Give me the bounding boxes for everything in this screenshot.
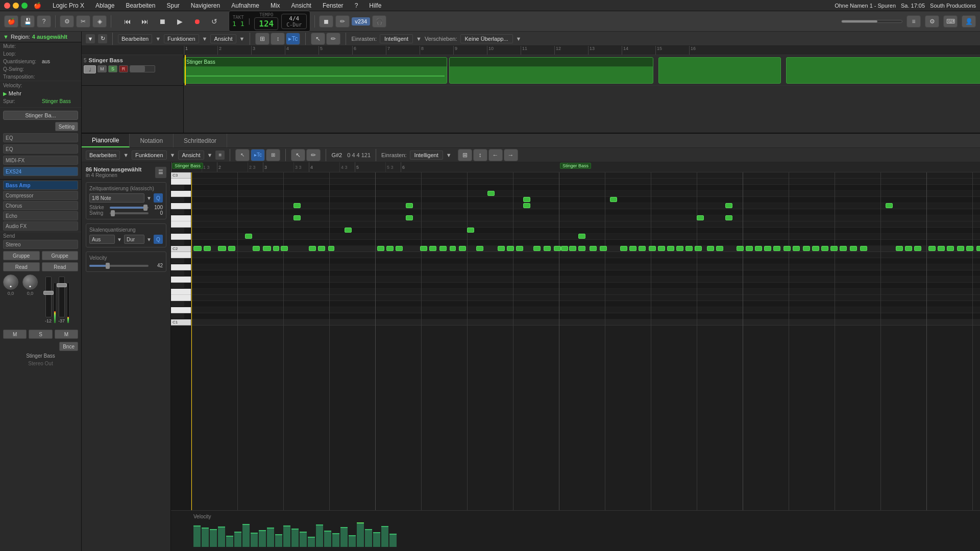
note-12[interactable] — [309, 246, 316, 251]
swing-slider[interactable] — [110, 212, 149, 214]
key-d2[interactable] — [171, 234, 191, 240]
toolbar-btn-save[interactable]: 💾 — [20, 15, 35, 28]
eq-slot-bot[interactable]: EQ — [3, 144, 78, 154]
pr-ansicht-menu[interactable]: Ansicht — [178, 151, 204, 160]
mehr-toggle[interactable]: ▶ Mehr — [0, 89, 81, 97]
aus-dropdown[interactable]: Aus — [89, 235, 115, 244]
note-61[interactable] — [764, 246, 771, 251]
region-1[interactable]: Stinger Bass — [184, 57, 447, 84]
pr-zoom-v[interactable]: ↕ — [473, 149, 487, 161]
toolbar-btn-keyboard[interactable]: ⌨ — [943, 15, 958, 28]
key-ab1[interactable] — [171, 270, 184, 277]
note-3[interactable] — [218, 246, 226, 251]
toolbar-btn-settings[interactable]: ⚙ — [60, 15, 74, 28]
toolbar-btn-pencil[interactable]: ✏ — [335, 15, 350, 28]
note-1[interactable] — [193, 246, 202, 251]
note-8[interactable] — [273, 246, 279, 251]
note-80[interactable] — [966, 246, 973, 251]
fullscreen-button[interactable] — [21, 3, 28, 9]
key-ab2[interactable] — [171, 197, 184, 203]
vel-bar-14[interactable] — [300, 532, 307, 547]
pan-knob-2[interactable] — [22, 274, 38, 290]
vel-bar-9[interactable] — [259, 530, 266, 547]
note-74[interactable] — [905, 246, 912, 251]
note-64[interactable] — [793, 246, 800, 251]
read-bot-btn[interactable]: Read — [42, 262, 79, 271]
key-e2[interactable] — [171, 221, 191, 228]
note-51[interactable] — [685, 246, 693, 251]
vel-bar-18[interactable] — [332, 533, 339, 547]
compressor-slot[interactable]: Compressor — [3, 191, 78, 200]
track-volume-mini[interactable] — [130, 65, 155, 72]
vel-bar-4[interactable] — [218, 527, 225, 547]
echo-slot[interactable]: Echo — [3, 211, 78, 220]
key-c1[interactable]: C1 — [171, 319, 191, 325]
note-7[interactable] — [263, 246, 271, 251]
midi-fx-slot[interactable]: MIDI-FX — [3, 156, 78, 165]
note-26[interactable] — [467, 228, 474, 233]
note-22[interactable] — [429, 246, 436, 251]
note-58[interactable] — [737, 246, 744, 251]
note-18[interactable] — [396, 246, 403, 251]
track-instrument-icon[interactable]: ♩ — [84, 65, 96, 73]
note-48[interactable] — [658, 246, 665, 251]
notes-options-btn[interactable]: ☰ — [155, 167, 166, 178]
key-eb1[interactable] — [171, 301, 184, 307]
vel-bar-8[interactable] — [251, 533, 258, 547]
note-79[interactable] — [957, 246, 964, 251]
q-btn[interactable]: Q — [154, 193, 163, 203]
vel-bar-2[interactable] — [202, 528, 209, 547]
vel-bar-6[interactable] — [234, 532, 241, 547]
gruppe-bot-btn[interactable]: Gruppe — [42, 251, 79, 260]
vel-bar-16[interactable] — [316, 524, 323, 547]
menu-ablage[interactable]: Ablage — [93, 2, 116, 10]
track-mute-btn[interactable]: M — [97, 65, 107, 72]
note-31[interactable] — [516, 246, 523, 251]
vel-bar-11[interactable] — [275, 534, 282, 547]
read-top-btn[interactable]: Read — [3, 262, 40, 271]
m-btn-bottom[interactable]: M — [55, 330, 78, 339]
toolbar-btn-help[interactable]: ? — [37, 15, 51, 28]
pr-region2-label[interactable]: Stinger Bass — [560, 163, 591, 169]
fader1-track[interactable] — [45, 277, 52, 317]
note-42[interactable] — [600, 246, 607, 251]
note-57[interactable] — [725, 215, 732, 220]
bass-amp-slot[interactable]: Bass Amp — [3, 181, 78, 190]
note-43[interactable] — [610, 197, 617, 202]
note-20[interactable] — [406, 215, 413, 220]
toolbar-btn-1[interactable]: 🍎 — [4, 15, 18, 28]
note-14[interactable] — [328, 246, 334, 251]
note-37[interactable] — [561, 246, 568, 251]
pr-pencil[interactable]: ✏ — [306, 149, 321, 161]
note-13[interactable] — [318, 246, 325, 251]
minimize-button[interactable] — [13, 3, 19, 9]
key-b1[interactable] — [171, 252, 191, 258]
tab-pianorolle[interactable]: Pianorolle — [82, 134, 130, 147]
key-f2[interactable] — [171, 215, 191, 221]
pr-zoom-out[interactable]: ← — [488, 149, 503, 161]
key-bb2[interactable] — [171, 185, 184, 191]
track-record-btn[interactable]: R — [119, 65, 128, 72]
play-button[interactable]: ▶ — [173, 15, 187, 28]
stop-button[interactable]: ⏹ — [155, 15, 169, 28]
bnce-btn[interactable]: Bnce — [59, 342, 78, 351]
toolbar-btn-catch[interactable]: v234 — [352, 17, 370, 26]
note-33[interactable] — [523, 203, 530, 208]
note-27[interactable] — [476, 246, 483, 251]
toolbar-btn-settings2[interactable]: ⚙ — [925, 15, 939, 28]
tab-notation[interactable]: Notation — [130, 134, 174, 147]
toolbar-btn-edit[interactable]: ✂ — [76, 15, 90, 28]
region-3[interactable] — [658, 57, 781, 84]
pan-knob-1[interactable] — [3, 274, 18, 290]
arr-verschieben-val[interactable]: Keine Überlapp... — [460, 34, 513, 43]
note-23[interactable] — [439, 246, 447, 251]
setting-button[interactable]: Setting — [55, 122, 78, 131]
key-eb2[interactable] — [171, 228, 184, 234]
key-c2[interactable]: C2 — [171, 246, 191, 252]
vel-bar-13[interactable] — [291, 529, 299, 547]
note-46[interactable] — [639, 246, 646, 251]
vel-bar-23[interactable] — [373, 532, 380, 547]
note-11[interactable] — [293, 215, 301, 220]
note-4[interactable] — [228, 246, 235, 251]
menu-fenster[interactable]: Fenster — [321, 2, 346, 10]
